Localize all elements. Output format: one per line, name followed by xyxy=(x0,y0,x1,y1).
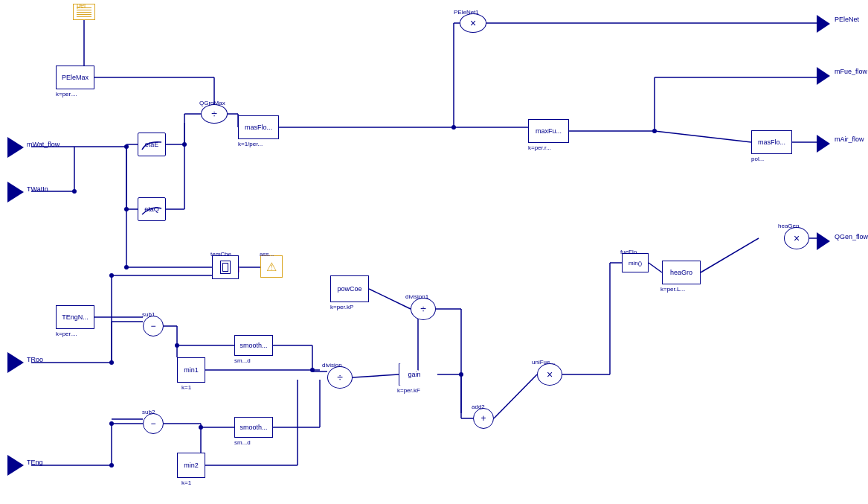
qgen-out-label: QGen_flow xyxy=(835,233,868,240)
mfue-output xyxy=(817,67,830,85)
division2-block[interactable]: ÷ xyxy=(327,366,353,389)
powcoe-label: powCoe xyxy=(337,285,361,293)
sub2-block[interactable]: − xyxy=(143,413,164,434)
qgromax-block[interactable]: ÷ xyxy=(201,104,228,124)
svg-line-77 xyxy=(701,238,759,272)
maxfu-label: maxFu... xyxy=(536,127,562,135)
smooth1-block[interactable]: smooth... xyxy=(234,335,273,356)
unifue-block[interactable]: × xyxy=(537,363,562,386)
svg-line-79 xyxy=(369,289,411,309)
svg-point-58 xyxy=(109,463,114,468)
teng-label: TEng xyxy=(27,459,43,466)
svg-point-64 xyxy=(199,425,203,430)
svg-point-88 xyxy=(109,273,114,278)
ass-block[interactable]: ⚠ xyxy=(260,255,283,278)
tengn-label: TEngN... xyxy=(62,313,89,321)
smooth2-sublabel: sm...d xyxy=(234,439,251,446)
min1-label: min1 xyxy=(184,366,199,374)
mwat-flow-label: mWat_flow xyxy=(27,141,60,148)
masflow1-block[interactable]: masFlo... xyxy=(238,115,279,139)
min1-block[interactable]: min1 xyxy=(177,357,205,383)
svg-point-71 xyxy=(459,372,463,377)
smooth1-sublabel: sm...d xyxy=(234,357,251,364)
tengn-block[interactable]: TEngN... xyxy=(56,305,94,329)
gain-label: gain xyxy=(408,371,420,378)
gain-sublabel: k=per.kF xyxy=(397,387,420,394)
svg-line-27 xyxy=(655,131,751,142)
powcoe-sublabel: k=per.kP xyxy=(330,304,353,310)
svg-point-28 xyxy=(652,129,657,133)
heagen-label: heaGen xyxy=(778,223,799,229)
troo-label: TRoo xyxy=(27,356,43,363)
maxfu-sublabel: k=per.r... xyxy=(528,144,551,151)
division1-label: division1 xyxy=(405,293,428,300)
svg-point-9 xyxy=(72,189,77,194)
temche-label: temChe xyxy=(210,251,231,258)
svg-line-72 xyxy=(494,374,537,418)
temche-block[interactable] xyxy=(212,255,239,279)
heagen-block[interactable]: × xyxy=(784,227,809,249)
etae-block[interactable]: etaE xyxy=(138,133,166,156)
heagro-sublabel: k=per.L... xyxy=(660,286,685,293)
svg-point-84 xyxy=(124,207,129,211)
twatin-label: TWatIn xyxy=(27,185,48,193)
smooth1-label: smooth... xyxy=(239,342,267,349)
masflow2-block[interactable]: masFlo... xyxy=(751,130,792,154)
division2-label: division xyxy=(322,362,342,369)
ass-label: ass... xyxy=(260,251,274,258)
division1-block[interactable]: ÷ xyxy=(411,298,436,320)
tengn-sublabel: k=per.... xyxy=(56,331,77,337)
svg-point-15 xyxy=(182,142,187,147)
mair-out-label: mAir_flow xyxy=(835,135,864,143)
fueflo-label: fueFlo xyxy=(620,249,637,255)
teng-input xyxy=(7,455,24,476)
svg-point-43 xyxy=(175,343,179,348)
gain-block[interactable]: gain xyxy=(399,363,437,386)
svg-line-49 xyxy=(353,374,399,377)
qgromax-label: QGroMax xyxy=(199,100,225,106)
masflow2-label: masFlo... xyxy=(758,138,785,146)
min2-block[interactable]: min2 xyxy=(177,453,205,478)
masflow2-sublabel: pol... xyxy=(751,156,764,162)
pelenet1-label: PEleNet1 xyxy=(454,9,479,16)
min2-sublabel: k=1 xyxy=(181,479,191,486)
pelemax-label: PEleMax xyxy=(62,74,89,81)
mwat-flow-input xyxy=(7,137,24,158)
svg-point-6 xyxy=(124,144,129,149)
pelemax-block[interactable]: PEleMax xyxy=(56,66,94,89)
svg-point-22 xyxy=(451,125,456,130)
unifue-label: uniFue... xyxy=(532,359,555,366)
troo-input xyxy=(7,352,24,373)
qgen-output xyxy=(817,232,830,250)
smooth2-label: smooth... xyxy=(239,424,267,431)
mfue-out-label: mFue_flow xyxy=(835,68,867,75)
masflow1-sublabel: k=1/per... xyxy=(238,141,263,147)
wires-layer xyxy=(0,0,868,504)
svg-line-76 xyxy=(649,263,662,272)
heagro-label: heaGro xyxy=(670,269,692,276)
pelenet-out-label: PEleNet xyxy=(835,16,859,23)
mair-output xyxy=(817,135,830,153)
svg-point-57 xyxy=(109,421,114,426)
twatin-input xyxy=(7,182,24,202)
pelemax-sublabel: k=per.... xyxy=(56,91,77,98)
sub2-label: sub2 xyxy=(142,409,155,415)
min1-sublabel: k=1 xyxy=(181,384,191,391)
maxfu-block[interactable]: maxFu... xyxy=(528,119,569,143)
add2-label: add2 xyxy=(472,403,485,410)
pelenet1-block[interactable]: × xyxy=(460,13,486,33)
etaq-block[interactable]: etaQ xyxy=(138,197,166,221)
svg-point-38 xyxy=(109,360,114,365)
powcoe-block[interactable]: powCoe xyxy=(330,275,369,302)
masflow1-label: masFlo... xyxy=(245,124,272,131)
smooth2-block[interactable]: smooth... xyxy=(234,417,273,438)
svg-point-85 xyxy=(124,265,129,269)
add2-block[interactable]: + xyxy=(473,408,494,429)
min2-label: min2 xyxy=(184,462,199,469)
svg-point-48 xyxy=(310,368,315,372)
fueflo-block[interactable]: min() xyxy=(622,253,649,272)
heagro-block[interactable]: heaGro xyxy=(662,261,701,284)
pelenet-output xyxy=(817,15,830,33)
sub1-label: sub1 xyxy=(142,311,155,318)
sub1-block[interactable]: − xyxy=(143,316,164,336)
